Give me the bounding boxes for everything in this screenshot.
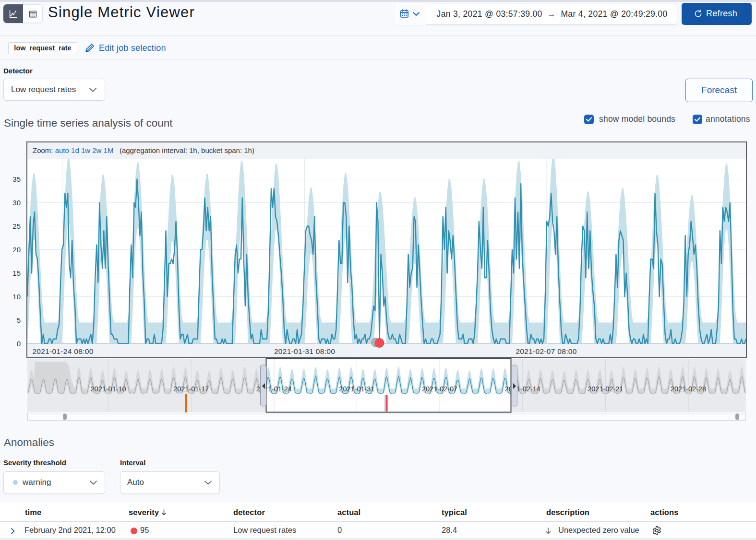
svg-text:2021-01-10: 2021-01-10 bbox=[91, 385, 126, 393]
svg-text:25: 25 bbox=[12, 222, 21, 230]
svg-text:5: 5 bbox=[17, 316, 21, 324]
svg-text:2021-02-07 08:00: 2021-02-07 08:00 bbox=[516, 347, 576, 355]
svg-text:2021-01-24 08:00: 2021-01-24 08:00 bbox=[32, 347, 93, 355]
svg-text:20: 20 bbox=[12, 246, 21, 254]
svg-text:2021-02-21: 2021-02-21 bbox=[588, 385, 623, 393]
svg-text:2021-01-17: 2021-01-17 bbox=[173, 385, 209, 393]
svg-text:35: 35 bbox=[12, 175, 21, 183]
svg-text:0: 0 bbox=[17, 340, 21, 348]
svg-text:2021-02-28: 2021-02-28 bbox=[671, 385, 706, 393]
svg-text:2021-02-07: 2021-02-07 bbox=[422, 385, 457, 393]
svg-text:2021-02-14: 2021-02-14 bbox=[505, 385, 540, 393]
svg-text:30: 30 bbox=[12, 199, 21, 207]
svg-text:2021-01-31: 2021-01-31 bbox=[339, 385, 374, 393]
svg-text:Zoom: auto 1d 1w 2w 1M (aggr: Zoom: auto 1d 1w 2w 1M (aggregation inte… bbox=[33, 146, 254, 154]
svg-text:15: 15 bbox=[12, 269, 21, 277]
svg-text:2021-01-31 08:00: 2021-01-31 08:00 bbox=[274, 347, 335, 355]
svg-text:10: 10 bbox=[12, 293, 21, 301]
